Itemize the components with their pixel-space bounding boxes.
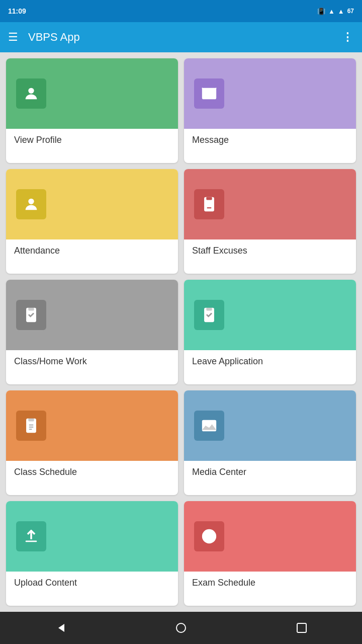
- card-label-upload-content: Upload Content: [6, 572, 178, 596]
- card-icon-area-class-home-work: [6, 280, 178, 350]
- card-label-staff-excuses: Staff Excuses: [184, 239, 356, 264]
- card-class-home-work[interactable]: Class/Home Work: [6, 280, 178, 384]
- svg-rect-8: [28, 308, 34, 311]
- clipboard-check-icon: [16, 300, 46, 330]
- card-icon-area-attendance: [6, 169, 178, 239]
- app-title: VBPS App: [28, 31, 332, 44]
- card-label-leave-application: Leave Application: [184, 350, 356, 375]
- svg-rect-18: [26, 541, 37, 542]
- card-exam-schedule[interactable]: Exam Schedule: [184, 501, 356, 606]
- svg-rect-12: [28, 419, 34, 422]
- status-icons: 📳 ▲ ▲ 67: [317, 8, 354, 15]
- badge-icon: [194, 189, 224, 219]
- home-button[interactable]: [170, 617, 192, 639]
- clock-icon: [194, 521, 224, 551]
- card-label-exam-schedule: Exam Schedule: [184, 572, 356, 596]
- back-button[interactable]: [49, 617, 71, 639]
- card-label-media-center: Media Center: [184, 461, 356, 486]
- battery-icon: 67: [347, 8, 354, 15]
- card-icon-area-media-center: [184, 390, 356, 461]
- card-staff-excuses[interactable]: Staff Excuses: [184, 169, 356, 274]
- svg-marker-20: [58, 624, 64, 632]
- recent-apps-button[interactable]: [291, 617, 313, 639]
- card-label-class-schedule: Class Schedule: [6, 461, 178, 486]
- more-options-icon[interactable]: ⋮: [342, 31, 354, 44]
- card-message[interactable]: Message: [184, 58, 356, 163]
- svg-point-5: [207, 202, 212, 207]
- card-class-schedule[interactable]: Class Schedule: [6, 390, 178, 495]
- card-icon-area-message: [184, 58, 356, 129]
- image-icon: [194, 411, 224, 441]
- card-upload-content[interactable]: Upload Content: [6, 501, 178, 606]
- card-icon-area-staff-excuses: [184, 169, 356, 239]
- card-media-center[interactable]: Media Center: [184, 390, 356, 495]
- card-icon-area-leave-application: [184, 280, 356, 350]
- person-icon: [16, 189, 46, 219]
- vibrate-icon: 📳: [317, 8, 325, 15]
- person-icon: [16, 78, 46, 109]
- mail-icon: [194, 78, 224, 109]
- svg-point-0: [28, 88, 34, 94]
- wifi-icon: ▲: [328, 8, 335, 15]
- card-icon-area-class-schedule: [6, 390, 178, 461]
- svg-rect-10: [206, 308, 212, 311]
- card-leave-application[interactable]: Leave Application: [184, 280, 356, 384]
- svg-rect-4: [206, 197, 212, 200]
- upload-icon: [16, 521, 46, 551]
- card-icon-area-upload-content: [6, 501, 178, 572]
- hamburger-menu-icon[interactable]: ☰: [8, 31, 18, 44]
- clipboard-list-icon: [16, 411, 46, 441]
- bottom-navigation: [0, 612, 362, 644]
- card-icon-area-exam-schedule: [184, 501, 356, 572]
- app-bar: ☰ VBPS App ⋮: [0, 22, 362, 52]
- card-label-message: Message: [184, 129, 356, 153]
- cards-grid: View ProfileMessageAttendanceStaff Excus…: [0, 52, 362, 612]
- signal-icon: ▲: [338, 8, 344, 15]
- card-label-class-home-work: Class/Home Work: [6, 350, 178, 375]
- card-label-attendance: Attendance: [6, 239, 178, 264]
- time-display: 11:09: [8, 7, 26, 15]
- svg-rect-22: [297, 623, 306, 632]
- status-bar: 11:09 📳 ▲ ▲ 67: [0, 0, 362, 22]
- card-label-view-profile: View Profile: [6, 129, 178, 153]
- card-icon-area-view-profile: [6, 58, 178, 129]
- svg-point-2: [28, 199, 34, 204]
- card-attendance[interactable]: Attendance: [6, 169, 178, 274]
- svg-point-17: [205, 423, 208, 426]
- card-view-profile[interactable]: View Profile: [6, 58, 178, 163]
- svg-point-21: [176, 623, 186, 632]
- clipboard-check-icon: [194, 300, 224, 330]
